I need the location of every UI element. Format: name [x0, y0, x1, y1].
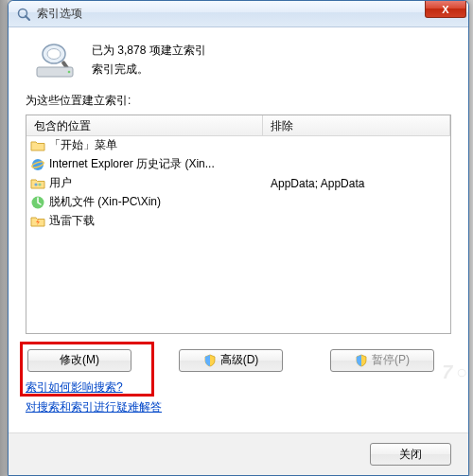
pause-button[interactable]: 暂停(P) — [330, 349, 434, 372]
window-title: 索引选项 — [37, 6, 82, 22]
modify-button[interactable]: 修改(M) — [27, 349, 131, 372]
list-header[interactable]: 包含的位置 排除 — [26, 115, 450, 136]
search-options-icon — [16, 7, 31, 22]
link-how-affects-search[interactable]: 索引如何影响搜索? — [26, 380, 123, 394]
thunder-icon — [30, 214, 45, 229]
list-item[interactable]: 「开始」菜单 — [26, 136, 450, 155]
offline-icon — [30, 195, 45, 210]
locations-list: 包含的位置 排除 「开始」菜单Internet Explorer 历史记录 (X… — [26, 115, 451, 334]
item-label: 用户 — [49, 175, 72, 191]
index-complete-text: 索引完成。 — [92, 60, 206, 79]
item-label: 「开始」菜单 — [49, 137, 117, 153]
ie-icon — [30, 157, 45, 172]
svg-point-9 — [34, 183, 37, 185]
locations-label: 为这些位置建立索引: — [26, 93, 451, 109]
list-item[interactable]: 迅雷下载 — [26, 212, 450, 231]
users-icon — [30, 176, 45, 191]
advanced-button[interactable]: 高级(D) — [179, 349, 283, 372]
svg-line-1 — [26, 16, 29, 20]
item-exclude: AppData; AppData — [263, 177, 450, 190]
titlebar[interactable]: 索引选项 X — [9, 1, 468, 27]
close-icon: X — [442, 4, 448, 15]
magnifier-drive-icon — [33, 39, 79, 79]
item-label: 迅雷下载 — [49, 213, 95, 229]
link-troubleshoot[interactable]: 对搜索和索引进行疑难解答 — [26, 400, 162, 414]
svg-rect-5 — [37, 67, 73, 77]
dialog-footer: 关闭 — [9, 432, 468, 475]
item-label: Internet Explorer 历史记录 (Xin... — [49, 156, 215, 172]
indexed-count-text: 已为 3,878 项建立索引 — [92, 41, 206, 60]
list-item[interactable]: 用户AppData; AppData — [26, 174, 450, 193]
list-item[interactable]: 脱机文件 (Xin-PC\Xin) — [26, 193, 450, 212]
close-dialog-button[interactable]: 关闭 — [370, 443, 451, 466]
shield-icon — [203, 354, 217, 367]
shield-icon — [355, 354, 368, 367]
svg-point-6 — [68, 71, 71, 74]
svg-point-3 — [47, 49, 61, 60]
status-area: 已为 3,878 项建立索引 索引完成。 — [26, 39, 451, 79]
item-label: 脱机文件 (Xin-PC\Xin) — [49, 194, 161, 210]
indexing-options-window: 索引选项 X 已为 3,878 项建立索引 索引完成。 为这些位置建立索引: — [8, 0, 469, 476]
folder-icon — [30, 138, 45, 153]
list-item[interactable]: Internet Explorer 历史记录 (Xin... — [26, 155, 450, 174]
column-included[interactable]: 包含的位置 — [26, 115, 263, 135]
column-exclude[interactable]: 排除 — [263, 115, 450, 135]
svg-point-10 — [38, 183, 41, 185]
close-button[interactable]: X — [425, 1, 466, 18]
